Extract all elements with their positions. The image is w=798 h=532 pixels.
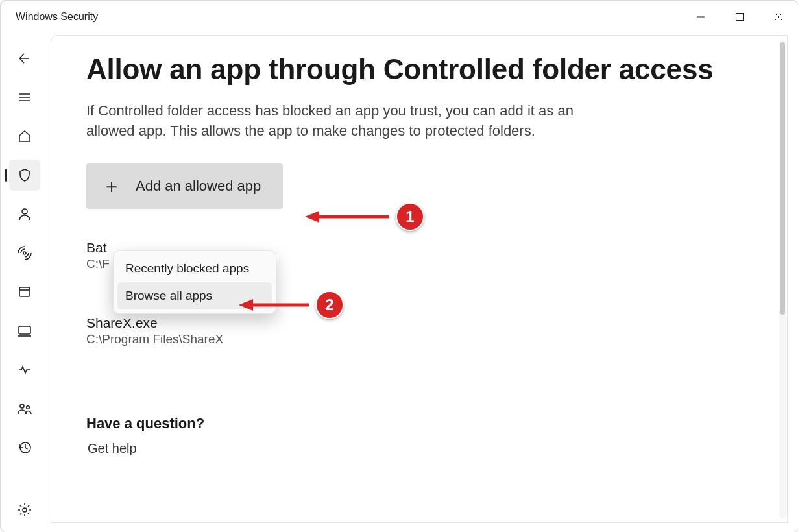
nav-firewall[interactable] [9,237,40,269]
svg-point-17 [23,508,27,512]
back-button[interactable] [9,43,40,74]
scrollbar[interactable] [779,40,786,518]
svg-point-15 [27,406,30,409]
nav-protection-history[interactable] [9,432,40,463]
minimize-button[interactable] [681,1,720,32]
title-bar: Windows Security [1,1,798,32]
nav-home[interactable] [9,121,40,152]
svg-rect-10 [19,287,30,296]
nav-account-protection[interactable] [9,199,40,230]
nav-device-security[interactable] [9,315,40,346]
allowed-app-name: ShareX.exe [86,315,752,331]
window-title: Windows Security [16,11,98,23]
allowed-app-item[interactable]: ShareX.exe C:\Program Files\ShareX [86,315,752,346]
svg-point-9 [23,252,26,254]
nav-virus-protection[interactable] [9,160,40,191]
svg-rect-12 [19,326,30,334]
nav-device-performance[interactable] [9,354,40,385]
nav-family-options[interactable] [9,393,40,424]
scrollbar-thumb[interactable] [780,42,785,315]
page-description: If Controlled folder access has blocked … [86,101,579,141]
svg-point-14 [20,404,24,408]
allowed-app-path: C:\Program Files\ShareX [86,332,752,346]
add-allowed-app-button[interactable]: ＋ Add an allowed app [86,163,283,209]
page-title: Allow an app through Controlled folder a… [86,51,752,87]
menu-button[interactable] [9,82,40,113]
nav-settings[interactable] [9,494,40,526]
sidebar [1,32,48,532]
svg-point-8 [22,209,27,214]
window-buttons [681,1,798,32]
have-a-question-heading: Have a question? [86,415,752,432]
get-help-link[interactable]: Get help [86,441,752,456]
nav-app-browser[interactable] [9,276,40,308]
maximize-button[interactable] [720,1,759,32]
plus-icon: ＋ [102,176,121,196]
add-allowed-app-label: Add an allowed app [136,178,261,195]
menu-recently-blocked[interactable]: Recently blocked apps [117,255,272,282]
svg-rect-1 [736,13,744,20]
menu-browse-all-apps[interactable]: Browse all apps [117,282,272,309]
add-app-dropdown: Recently blocked apps Browse all apps [113,250,276,314]
close-button[interactable] [759,1,798,32]
